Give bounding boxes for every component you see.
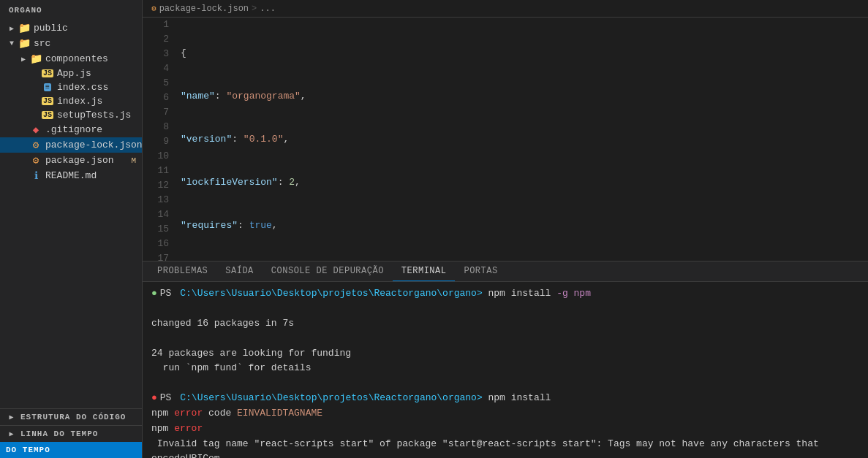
line-number: 13 [148, 193, 169, 207]
breadcrumb-separator: > [252, 4, 257, 14]
modified-badge: M [131, 156, 136, 165]
tab-terminal[interactable]: TERMINAL [393, 262, 456, 281]
line-number: 15 [148, 222, 169, 237]
terminal-prompt: PS [160, 286, 172, 302]
folder-src-icon: 📁 [18, 37, 31, 50]
sidebar-title: ORGANO [0, 0, 142, 20]
terminal-panel: PROBLEMAS SAÍDA CONSOLE DE DEPURAÇÃO TER… [143, 261, 868, 458]
section-label: DO TEMPO [6, 446, 50, 454]
folder-icon: 📁 [29, 53, 42, 65]
line-number: 4 [148, 61, 169, 76]
sidebar-item-packagelock[interactable]: ⚙ package-lock.json [0, 137, 142, 153]
sidebar-item-indexjs[interactable]: JS index.js [0, 94, 142, 108]
sidebar-item-componentes[interactable]: ▶ 📁 componentes [0, 51, 142, 66]
git-icon: ◆ [29, 123, 42, 136]
sidebar-item-setuptests[interactable]: JS setupTests.js [0, 108, 142, 122]
sidebar-item-public[interactable]: ▶ 📁 public [0, 20, 142, 36]
info-icon: ℹ [29, 169, 42, 182]
line-number: 10 [148, 149, 169, 164]
tab-portas[interactable]: PORTAS [455, 262, 506, 281]
css-icon: ≡ [41, 83, 54, 91]
sidebar-item-label: package.json [45, 155, 114, 166]
sidebar-item-appjs[interactable]: JS App.js [0, 66, 142, 80]
sidebar-bottom-sections: ▶ ESTRUTURA DO CÓDIGO ▶ LINHA DO TEMPO D… [0, 408, 142, 458]
line-number: 12 [148, 178, 169, 193]
json-icon: ⚙ [29, 139, 42, 151]
chevron-right-icon: ▶ [6, 413, 18, 421]
code-editor[interactable]: 1 2 3 4 5 6 7 8 9 10 11 12 13 14 15 16 1… [143, 18, 868, 261]
line-number: 16 [148, 237, 169, 251]
js-icon: JS [41, 69, 54, 77]
line-number: 2 [148, 32, 169, 47]
error-dot-icon: ● [151, 391, 157, 406]
sidebar-item-label: public [34, 23, 68, 34]
terminal-command: npm install [483, 391, 551, 406]
terminal-path: C:\Users\Usuario\Desktop\projetos\Reacto… [174, 391, 482, 406]
sidebar-section-estrutura[interactable]: ▶ ESTRUTURA DO CÓDIGO [0, 408, 142, 425]
terminal-text: run `npm fund` for details [151, 361, 311, 376]
tab-console[interactable]: CONSOLE DE DEPURAÇÃO [263, 262, 393, 281]
panel-tabs: PROBLEMAS SAÍDA CONSOLE DE DEPURAÇÃO TER… [143, 262, 868, 282]
tab-saida[interactable]: SAÍDA [216, 262, 263, 281]
sidebar-item-label: index.css [57, 82, 108, 93]
sidebar-section-timeline[interactable]: ▶ LINHA DO TEMPO [0, 425, 142, 442]
code-line: "lockfileVersion": 2, [181, 175, 868, 190]
terminal-text: code [203, 406, 237, 421]
sidebar: ORGANO ▶ 📁 public ▼ 📁 src ▶ 📁 componente… [0, 0, 143, 458]
success-dot-icon: ● [151, 286, 157, 302]
terminal-text: Invalid tag name "react-scripts start" o… [151, 437, 859, 458]
chevron-right-icon: ▶ [18, 55, 29, 64]
code-line: "requires": true, [181, 218, 868, 233]
sidebar-item-gitignore[interactable]: ◆ .gitignore [0, 122, 142, 137]
line-number: 9 [148, 134, 169, 149]
sidebar-item-label: componentes [45, 53, 108, 64]
sidebar-item-indexcss[interactable]: ≡ index.css [0, 80, 142, 94]
chevron-right-icon: ▶ [6, 430, 18, 438]
terminal-command: npm install [483, 286, 556, 302]
line-numbers: 1 2 3 4 5 6 7 8 9 10 11 12 13 14 15 16 1… [143, 18, 178, 261]
terminal-error-line: npm error Invalid tag name "react-script… [151, 421, 859, 458]
line-number: 17 [148, 251, 169, 261]
terminal-text: npm [151, 406, 174, 421]
terminal-output: changed 16 packages in 7s [151, 316, 859, 332]
terminal-content[interactable]: ● PS C:\Users\Usuario\Desktop\projetos\R… [143, 282, 868, 458]
line-number: 5 [148, 76, 169, 91]
code-line: "name": "organograma", [181, 89, 868, 104]
main-area: ⚙ package-lock.json > ... 1 2 3 4 5 6 7 … [143, 0, 868, 458]
terminal-flag: -g npm [556, 286, 591, 302]
error-label: error [174, 406, 203, 421]
file-tree: ▶ 📁 public ▼ 📁 src ▶ 📁 componentes JS Ap… [0, 20, 142, 183]
code-line: { [181, 46, 868, 61]
line-number: 3 [148, 47, 169, 61]
error-label: error [174, 421, 203, 437]
section-label: ESTRUTURA DO CÓDIGO [20, 413, 126, 421]
terminal-line-error: ● PS C:\Users\Usuario\Desktop\projetos\R… [151, 391, 859, 406]
json-breadcrumb-icon: ⚙ [151, 4, 156, 13]
breadcrumb-path: ... [260, 4, 276, 14]
code-lines: { "name": "organograma", "version": "0.1… [178, 18, 868, 261]
js-icon: JS [41, 97, 54, 105]
sidebar-item-label: setupTests.js [57, 110, 131, 121]
blank-line [151, 302, 859, 316]
terminal-error-line: npm error code EINVALIDTAGNAME [151, 406, 859, 421]
breadcrumb: ⚙ package-lock.json > ... [143, 0, 868, 18]
terminal-prompt: PS [160, 391, 172, 406]
section-label: LINHA DO TEMPO [20, 430, 98, 438]
error-code: EINVALIDTAGNAME [237, 406, 322, 421]
sidebar-section-dotempo[interactable]: DO TEMPO [0, 442, 142, 458]
line-number: 1 [148, 18, 169, 32]
code-line: "version": "0.1.0", [181, 132, 868, 147]
terminal-output: 24 packages are looking for funding [151, 346, 859, 362]
chevron-down-icon: ▼ [6, 39, 18, 47]
sidebar-item-packagejson[interactable]: ⚙ package.json M [0, 153, 142, 168]
terminal-text: npm [151, 421, 174, 437]
sidebar-item-readme[interactable]: ℹ README.md [0, 168, 142, 183]
blank-line [151, 332, 859, 346]
sidebar-item-label: App.js [57, 68, 91, 79]
folder-icon: 📁 [18, 22, 31, 34]
sidebar-item-src[interactable]: ▼ 📁 src [0, 36, 142, 51]
test-icon: JS [41, 111, 54, 119]
tab-problemas[interactable]: PROBLEMAS [148, 262, 216, 281]
chevron-right-icon: ▶ [6, 24, 18, 33]
blank-line [151, 376, 859, 391]
